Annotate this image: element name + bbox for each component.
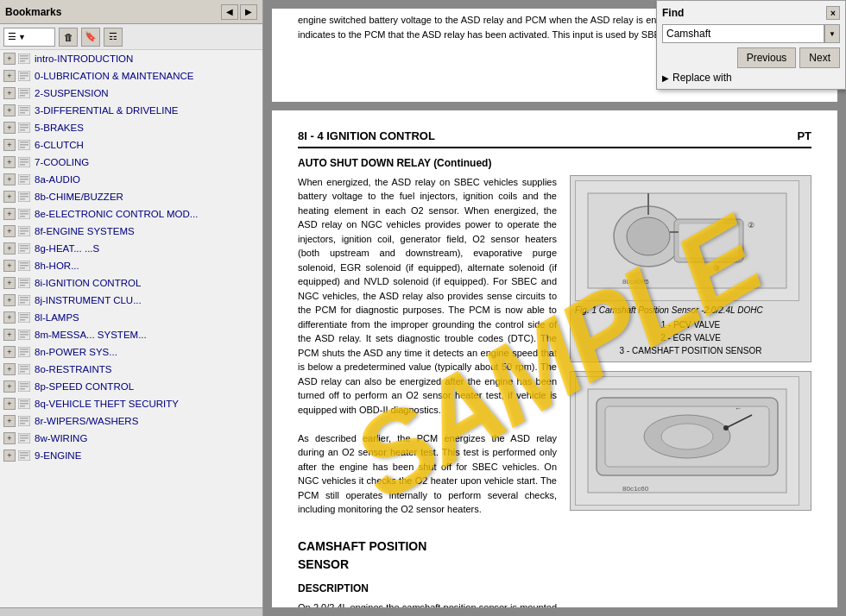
expand-icon-8o[interactable]: +: [3, 363, 16, 375]
nav-right-button[interactable]: ▶: [240, 4, 257, 20]
svg-text:←: ←: [735, 405, 742, 412]
nav-left-button[interactable]: ◀: [221, 4, 238, 20]
scrollbar-horizontal[interactable]: [0, 607, 262, 616]
bookmark-item-8e[interactable]: + 8e-ELECTRONIC CONTROL MOD...: [0, 205, 262, 223]
bookmark-button[interactable]: 🔖: [81, 28, 100, 47]
expand-icon-8p[interactable]: +: [3, 380, 16, 393]
bookmark-page-icon-8j: [17, 294, 31, 306]
svg-rect-78: [20, 386, 28, 387]
svg-rect-1: [20, 55, 28, 57]
bookmark-page-icon-9: [17, 449, 31, 462]
view-dropdown[interactable]: ☰ ▼: [3, 28, 55, 47]
bookmark-page-icon-8w: [17, 432, 31, 444]
bookmark-item-intro[interactable]: + intro-INTRODUCTION: [0, 50, 262, 67]
bookmarks-panel: Bookmarks ◀ ▶ ☰ ▼ 🗑 🔖 ☶ + intro-INTRODUC: [0, 0, 263, 616]
bookmark-item-8a[interactable]: + 8a-AUDIO: [0, 171, 262, 188]
expand-icon-8f[interactable]: +: [3, 225, 16, 237]
bookmark-page-icon-8g: [17, 242, 31, 255]
svg-rect-77: [20, 383, 28, 385]
bookmark-item-8j[interactable]: + 8j-INSTRUMENT CLU...: [0, 292, 262, 309]
expand-icon-8w[interactable]: +: [3, 432, 16, 444]
bookmark-page-icon-7: [17, 156, 31, 168]
bookmark-item-8p[interactable]: + 8p-SPEED CONTROL: [0, 378, 262, 395]
svg-rect-71: [20, 354, 25, 355]
bookmark-item-8g[interactable]: + 8g-HEAT... ...S: [0, 240, 262, 257]
bookmark-page-icon-5: [17, 122, 31, 134]
bookmark-item-8q[interactable]: + 8q-VEHICLE THEFT SECURITY: [0, 395, 262, 412]
bookmark-item-8m[interactable]: + 8m-MESSA... SYSTEM...: [0, 326, 262, 343]
bookmark-item-8i[interactable]: + 8i-IGNITION CONTROL: [0, 274, 262, 292]
find-input[interactable]: [662, 24, 824, 43]
expand-icon-8g[interactable]: +: [3, 242, 16, 255]
main-two-column: When energized, the ASD relay on SBEC ve…: [298, 175, 811, 607]
previous-button[interactable]: Previous: [737, 47, 797, 68]
expand-icon-6[interactable]: +: [3, 139, 16, 151]
svg-rect-70: [20, 351, 28, 353]
find-close-button[interactable]: ×: [826, 6, 840, 20]
bookmark-item-6[interactable]: + 6-CLUTCH: [0, 136, 262, 154]
svg-rect-25: [20, 159, 28, 160]
svg-rect-13: [20, 107, 28, 109]
bookmark-item-9[interactable]: + 9-ENGINE: [0, 447, 262, 464]
svg-rect-79: [20, 388, 25, 390]
bookmark-item-8f[interactable]: + 8f-ENGINE SYSTEMS: [0, 223, 262, 240]
expand-icon-8j[interactable]: +: [3, 294, 16, 306]
svg-point-110: [661, 424, 713, 449]
bookmark-item-8r[interactable]: + 8r-WIPERS/WASHERS: [0, 412, 262, 430]
expand-icon-0[interactable]: +: [3, 70, 16, 82]
figure-1-container: ② ③ 80c4085 Fig. 1 Camshaft Position Sen…: [570, 175, 811, 362]
bookmark-page-icon-6: [17, 139, 31, 151]
expand-icon-8h[interactable]: +: [3, 260, 16, 272]
section-title-text: 8I - 4 IGNITION CONTROL: [298, 128, 435, 145]
expand-icon-8r[interactable]: +: [3, 415, 16, 427]
bookmark-page-icon-8f: [17, 225, 31, 237]
bookmark-label-5: 5-BRAKES: [35, 123, 84, 133]
bookmark-item-8w[interactable]: + 8w-WIRING: [0, 430, 262, 447]
bookmark-label-8m: 8m-MESSA... SYSTEM...: [35, 330, 147, 340]
bookmark-item-5[interactable]: + 5-BRAKES: [0, 119, 262, 136]
bookmark-page-icon-8r: [17, 415, 31, 427]
bookmark-label-9: 9-ENGINE: [35, 450, 81, 461]
expand-icon-8a[interactable]: +: [3, 173, 16, 185]
expand-icon-8m[interactable]: +: [3, 329, 16, 341]
expand-icon-8q[interactable]: +: [3, 398, 16, 410]
bookmark-item-8l[interactable]: + 8l-LAMPS: [0, 309, 262, 326]
svg-rect-74: [20, 368, 28, 370]
expand-icon-8e[interactable]: +: [3, 208, 16, 220]
expand-icon-8i[interactable]: +: [3, 277, 16, 289]
expand-icon-8n[interactable]: +: [3, 346, 16, 358]
svg-rect-7: [20, 78, 25, 79]
bookmark-item-7[interactable]: + 7-COOLING: [0, 154, 262, 171]
expand-icon-intro[interactable]: +: [3, 53, 16, 65]
bookmark-item-0[interactable]: + 0-LUBRICATION & MAINTENANCE: [0, 67, 262, 85]
bookmark-item-2[interactable]: + 2-SUSPENSION: [0, 85, 262, 102]
svg-rect-19: [20, 129, 25, 131]
find-dropdown-button[interactable]: ▼: [824, 24, 840, 43]
svg-rect-47: [20, 250, 25, 252]
bookmark-list: + intro-INTRODUCTION + 0-: [0, 50, 262, 607]
bookmark-page-icon-8b: [17, 191, 31, 203]
expand-icon-8l[interactable]: +: [3, 311, 16, 324]
svg-rect-17: [20, 124, 28, 126]
replace-with-row[interactable]: ▶ Replace with: [662, 72, 840, 84]
expand-icon-2[interactable]: +: [3, 87, 16, 99]
delete-button[interactable]: 🗑: [59, 28, 78, 47]
expand-icon-5[interactable]: +: [3, 122, 16, 134]
next-button[interactable]: Next: [799, 47, 840, 68]
expand-icon-3[interactable]: +: [3, 104, 16, 116]
svg-rect-83: [20, 405, 25, 407]
bookmark-item-8b[interactable]: + 8b-CHIME/BUZZER: [0, 188, 262, 205]
bookmark-label-8o: 8o-RESTRAINTS: [35, 364, 111, 374]
expand-icon-9[interactable]: +: [3, 449, 16, 462]
bookmark-item-8o[interactable]: + 8o-RESTRAINTS: [0, 361, 262, 378]
label-2: 2 - EGR VALVE: [575, 331, 806, 344]
bookmark-item-8n[interactable]: + 8n-POWER SYS...: [0, 343, 262, 361]
bookmark-item-8h[interactable]: + 8h-HOR...: [0, 257, 262, 274]
svg-rect-14: [20, 110, 28, 111]
svg-point-98: [627, 217, 670, 255]
expand-icon-7[interactable]: +: [3, 156, 16, 168]
bookmark-item-3[interactable]: + 3-DIFFERENTIAL & DRIVELINE: [0, 102, 262, 119]
expand-icon-8b[interactable]: +: [3, 191, 16, 203]
properties-button[interactable]: ☶: [104, 28, 123, 47]
find-input-row: ▼: [662, 24, 840, 43]
